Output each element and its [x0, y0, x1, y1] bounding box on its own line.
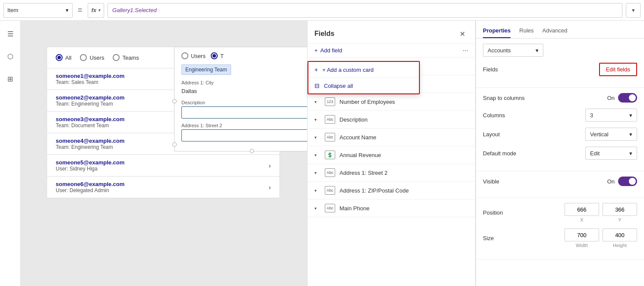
- description-input[interactable]: [181, 106, 322, 119]
- edit-fields-button[interactable]: Edit fields: [599, 63, 637, 76]
- top-bar: Item ▾ = fx ▾ Gallery1.Selected ▾: [0, 0, 644, 21]
- handle-dot-left-bottom[interactable]: [172, 142, 177, 147]
- add-field-label: Add field: [320, 47, 343, 54]
- position-label: Position: [483, 209, 503, 216]
- fields-actions: + Add field ··· + + Add a custom card ⊟ …: [308, 44, 475, 58]
- float-filter-users[interactable]: Users: [181, 52, 206, 59]
- list-item-info: someone4@example.com Team: Engineering T…: [56, 138, 124, 150]
- field-item[interactable]: ▾ Abc Account Name: [308, 129, 475, 146]
- expand-button[interactable]: ▾: [626, 3, 641, 18]
- size-width-input[interactable]: [565, 228, 599, 241]
- main-container: ☰ ⬡ ⊞ All Users Teams: [0, 21, 644, 286]
- field-item[interactable]: ▾ 123 Number of Employees: [308, 93, 475, 111]
- position-x-group: X: [565, 203, 599, 222]
- position-row: Position X Y: [483, 203, 637, 222]
- more-options-button[interactable]: ···: [463, 47, 468, 55]
- field-item[interactable]: ▾ Abc Address 1: Street 2: [308, 164, 475, 182]
- sidebar-icon-grid[interactable]: ⊞: [4, 73, 16, 85]
- collapse-all-item[interactable]: ⊟ Collapse all: [308, 78, 419, 93]
- visible-section: Visible On: [476, 171, 644, 198]
- columns-dropdown[interactable]: 3 ▾: [585, 109, 637, 122]
- handle-dot-bottom[interactable]: [250, 149, 254, 153]
- data-source-dropdown[interactable]: Accounts ▾: [483, 44, 543, 57]
- tab-advanced[interactable]: Advanced: [542, 24, 568, 38]
- collapse-icon: ⊟: [314, 82, 320, 89]
- address-city-label: Address 1: City: [181, 80, 322, 85]
- position-x-label: X: [580, 217, 583, 222]
- fx-button[interactable]: fx ▾: [88, 3, 105, 18]
- field-type-icon: Abc: [325, 133, 335, 141]
- list-item-email: someone1@example.com: [56, 73, 124, 79]
- engineering-badge-container: Engineering Team: [181, 64, 322, 75]
- sidebar-icon-shapes[interactable]: ⬡: [4, 50, 16, 62]
- data-source-row: Accounts ▾: [483, 44, 637, 57]
- field-item[interactable]: ▾ Abc Main Phone: [308, 199, 475, 217]
- properties-panel: EDIT Form1 ? Properties Rules Advanced A…: [476, 0, 644, 286]
- field-name-label: Main Phone: [339, 205, 369, 212]
- field-name-label: Description: [339, 116, 368, 123]
- filter-teams[interactable]: Teams: [113, 54, 139, 61]
- default-mode-row: Default mode Edit ▾: [483, 147, 637, 160]
- snap-control: On: [607, 93, 637, 103]
- item-dropdown-label: Item: [7, 7, 18, 13]
- float-radio-t: [211, 52, 218, 59]
- field-type-icon: 💲: [325, 151, 335, 159]
- field-type-icon: 123: [325, 97, 335, 106]
- field-item[interactable]: ▾ Abc Address 1: ZIP/Postal Code: [308, 182, 475, 199]
- list-item-team: User: Sidney Higa: [56, 166, 124, 172]
- filter-all[interactable]: All: [56, 54, 71, 61]
- list-item[interactable]: someone6@example.com User: Delegated Adm…: [47, 176, 279, 198]
- radio-all-icon: [56, 54, 63, 61]
- visible-toggle[interactable]: [618, 177, 637, 186]
- fields-label: Fields: [483, 66, 498, 73]
- visible-label: Visible: [483, 178, 499, 185]
- address-street2-input[interactable]: [181, 129, 322, 141]
- filter-users-label: Users: [89, 55, 104, 61]
- list-item-email: someone4@example.com: [56, 138, 124, 144]
- list-item[interactable]: someone5@example.com User: Sidney Higa ›: [47, 154, 279, 176]
- handle-dot-left[interactable]: [172, 99, 177, 103]
- float-filter-t[interactable]: T: [211, 52, 224, 59]
- item-dropdown[interactable]: Item ▾: [3, 3, 73, 18]
- tab-rules[interactable]: Rules: [519, 24, 533, 38]
- radio-users-icon: [80, 54, 87, 61]
- filter-teams-label: Teams: [122, 55, 139, 61]
- plus-icon: +: [314, 47, 318, 54]
- close-button[interactable]: ✕: [456, 28, 468, 40]
- data-source-section: Accounts ▾ Fields Edit fields: [476, 39, 644, 88]
- columns-value: 3: [590, 112, 593, 119]
- fx-chevron-icon: ▾: [98, 8, 100, 13]
- field-name-label: Address 1: Street 2: [339, 170, 387, 176]
- snap-toggle[interactable]: [618, 93, 637, 103]
- field-type-icon: Abc: [325, 168, 335, 177]
- field-chevron-icon: ▾: [314, 117, 320, 122]
- float-radio-users: [181, 52, 188, 59]
- address-city-value: Dallas: [181, 87, 322, 96]
- props-tabs: Properties Rules Advanced: [476, 24, 644, 39]
- description-label: Description: [181, 100, 322, 105]
- field-type-icon: Abc: [325, 204, 335, 212]
- size-width-group: Width: [565, 228, 599, 248]
- visible-control: On: [607, 177, 637, 186]
- field-type-icon: Abc: [325, 115, 335, 124]
- position-y-input[interactable]: [603, 203, 637, 216]
- add-custom-card-item[interactable]: + + Add a custom card: [308, 62, 419, 77]
- field-chevron-icon: ▾: [314, 135, 320, 140]
- accounts-label: Accounts: [488, 47, 511, 54]
- field-item[interactable]: ▾ 💲 Annual Revenue: [308, 146, 475, 164]
- default-mode-dropdown[interactable]: Edit ▾: [585, 147, 637, 160]
- formula-bar[interactable]: Gallery1.Selected: [108, 3, 622, 18]
- visible-value: On: [607, 178, 615, 185]
- filter-users[interactable]: Users: [80, 54, 104, 61]
- columns-label: Columns: [483, 112, 505, 119]
- layout-dropdown[interactable]: Vertical ▾: [585, 128, 637, 141]
- field-item[interactable]: ▾ Abc Description: [308, 111, 475, 129]
- sidebar-icon-menu[interactable]: ☰: [4, 28, 16, 40]
- size-height-input[interactable]: [603, 228, 637, 241]
- layout-label: Layout: [483, 131, 500, 138]
- tab-properties[interactable]: Properties: [483, 24, 511, 38]
- field-name-label: Account Name: [339, 134, 376, 141]
- address-city-field: Address 1: City Dallas: [181, 80, 322, 96]
- position-x-input[interactable]: [565, 203, 599, 216]
- add-field-button[interactable]: + Add field: [314, 47, 342, 54]
